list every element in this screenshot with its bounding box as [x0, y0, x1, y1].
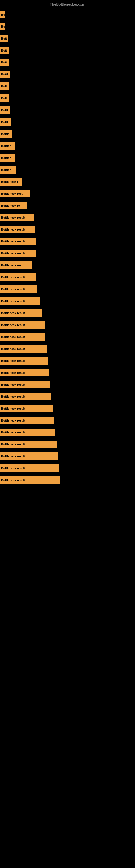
bar-row-14: Bottleneck r — [0, 176, 135, 188]
bar-row-28: Bottleneck result — [0, 343, 135, 355]
bar-row-27: Bottleneck result — [0, 331, 135, 343]
bar-28: Bottleneck result — [0, 345, 47, 352]
bar-5: Bottl — [0, 70, 10, 78]
bar-row-31: Bottleneck result — [0, 379, 135, 391]
bar-label-27: Bottleneck result — [1, 335, 25, 339]
bar-label-20: Bottleneck result — [1, 252, 25, 255]
bar-label-36: Bottleneck result — [1, 443, 25, 446]
chart-area: BoBoBottBottBottBottlBottBottBottlBottlB… — [0, 8, 135, 486]
bar-label-24: Bottleneck result — [1, 300, 25, 303]
bar-13: Bottlen — [0, 166, 16, 174]
bar-label-37: Bottleneck result — [1, 455, 25, 458]
bar-31: Bottleneck result — [0, 381, 50, 389]
bar-label-7: Bott — [1, 97, 7, 100]
bar-row-7: Bott — [0, 92, 135, 104]
bar-label-34: Bottleneck result — [1, 419, 25, 422]
bar-row-8: Bottl — [0, 104, 135, 116]
bar-row-36: Bottleneck result — [0, 438, 135, 450]
bar-label-1: Bo — [1, 25, 5, 28]
bar-16: Bottleneck re — [0, 202, 27, 209]
bar-8: Bottl — [0, 106, 10, 114]
bar-10: Bottle — [0, 130, 12, 138]
bar-21: Bottleneck resu — [0, 261, 32, 269]
bar-14: Bottleneck r — [0, 178, 21, 186]
bar-row-5: Bottl — [0, 68, 135, 80]
bar-label-10: Bottle — [1, 132, 9, 135]
bar-30: Bottleneck result — [0, 369, 49, 376]
bar-row-9: Bottl — [0, 116, 135, 128]
bar-row-1: Bo — [0, 21, 135, 33]
bar-18: Bottleneck result — [0, 226, 35, 233]
bar-label-18: Bottleneck result — [1, 228, 25, 231]
bar-38: Bottleneck result — [0, 464, 59, 472]
bar-37: Bottleneck result — [0, 453, 58, 460]
bar-row-38: Bottleneck result — [0, 462, 135, 474]
bar-row-4: Bott — [0, 56, 135, 68]
bar-row-25: Bottleneck result — [0, 307, 135, 319]
bar-label-30: Bottleneck result — [1, 371, 25, 374]
bar-2: Bott — [0, 35, 8, 42]
bar-label-8: Bottl — [1, 108, 8, 112]
bar-11: Bottlen — [0, 142, 14, 150]
bar-row-21: Bottleneck resu — [0, 259, 135, 271]
bar-39: Bottleneck result — [0, 476, 60, 484]
bar-label-38: Bottleneck result — [1, 467, 25, 470]
bar-row-11: Bottlen — [0, 140, 135, 152]
bar-label-23: Bottleneck result — [1, 287, 25, 291]
bar-24: Bottleneck result — [0, 297, 41, 305]
site-title: TheBottlenecker.com — [0, 0, 135, 8]
bar-row-37: Bottleneck result — [0, 450, 135, 462]
bar-27: Bottleneck result — [0, 333, 45, 341]
bar-row-24: Bottleneck result — [0, 295, 135, 307]
bar-row-35: Bottleneck result — [0, 426, 135, 438]
bar-row-22: Bottleneck result — [0, 271, 135, 283]
bar-33: Bottleneck result — [0, 405, 53, 412]
bar-label-22: Bottleneck result — [1, 276, 25, 279]
bar-label-15: Bottleneck resu — [1, 192, 24, 195]
bar-36: Bottleneck result — [0, 440, 57, 448]
bar-row-10: Bottle — [0, 128, 135, 140]
bar-label-13: Bottlen — [1, 168, 11, 172]
bar-row-13: Bottlen — [0, 164, 135, 176]
bar-label-6: Bott — [1, 85, 7, 88]
bar-29: Bottleneck result — [0, 357, 48, 365]
bar-row-29: Bottleneck result — [0, 355, 135, 367]
bar-label-33: Bottleneck result — [1, 407, 25, 410]
bar-row-16: Bottleneck re — [0, 199, 135, 212]
bar-label-25: Bottleneck result — [1, 311, 25, 315]
bar-row-19: Bottleneck result — [0, 236, 135, 247]
bar-row-32: Bottleneck result — [0, 391, 135, 403]
bar-label-2: Bott — [1, 37, 7, 40]
bar-label-5: Bottl — [1, 73, 8, 76]
bar-row-26: Bottleneck result — [0, 319, 135, 331]
bar-23: Bottleneck result — [0, 285, 37, 293]
bar-1: Bo — [0, 23, 5, 30]
bar-34: Bottleneck result — [0, 416, 54, 424]
bar-label-3: Bott — [1, 49, 7, 52]
bar-row-30: Bottleneck result — [0, 367, 135, 379]
bar-row-18: Bottleneck result — [0, 223, 135, 236]
bar-label-0: Bo — [1, 13, 5, 16]
bar-row-17: Bottleneck result — [0, 212, 135, 223]
bar-label-12: Bottler — [1, 156, 10, 159]
bar-15: Bottleneck resu — [0, 190, 30, 197]
bar-row-2: Bott — [0, 33, 135, 44]
bar-label-16: Bottleneck re — [1, 204, 20, 207]
bar-label-17: Bottleneck result — [1, 216, 25, 219]
bar-32: Bottleneck result — [0, 393, 51, 400]
bar-9: Bottl — [0, 118, 11, 126]
bar-35: Bottleneck result — [0, 429, 55, 436]
bar-row-23: Bottleneck result — [0, 283, 135, 295]
bar-label-21: Bottleneck resu — [1, 264, 24, 267]
bar-26: Bottleneck result — [0, 321, 45, 329]
bar-label-4: Bott — [1, 61, 7, 64]
bar-row-39: Bottleneck result — [0, 474, 135, 486]
bar-label-9: Bottl — [1, 120, 8, 124]
bar-17: Bottleneck result — [0, 214, 34, 221]
bar-row-6: Bott — [0, 80, 135, 92]
bar-label-26: Bottleneck result — [1, 323, 25, 327]
bar-row-15: Bottleneck resu — [0, 188, 135, 199]
bar-20: Bottleneck result — [0, 250, 36, 257]
bar-3: Bott — [0, 46, 9, 54]
bar-label-35: Bottleneck result — [1, 431, 25, 434]
